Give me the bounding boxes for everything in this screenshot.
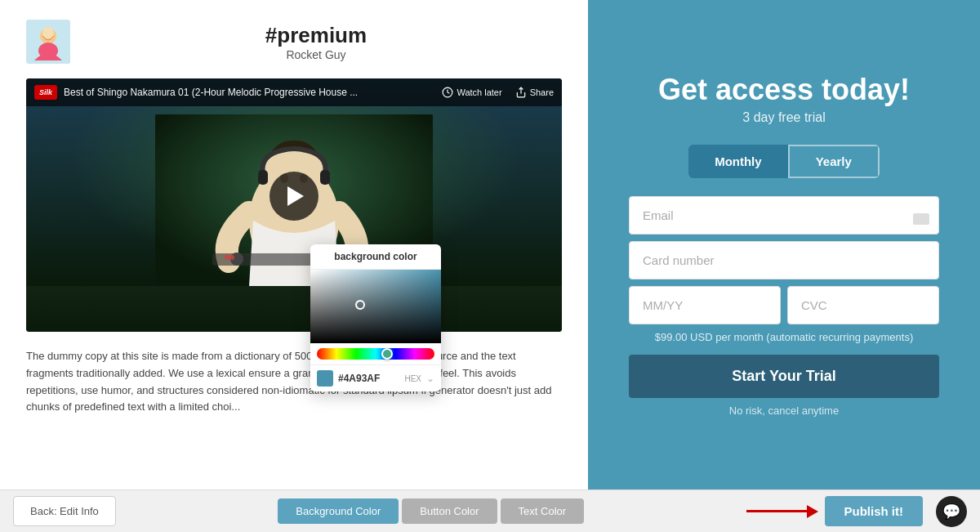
card-expiry-row xyxy=(629,286,939,324)
description-text: The dummy copy at this site is made from… xyxy=(26,348,562,416)
video-container[interactable]: Silk Best of Shingo Nakamura 01 (2-Hour … xyxy=(26,78,562,332)
left-panel: #premium Rocket Guy Silk Best of Shingo … xyxy=(0,0,588,490)
no-risk-text: No risk, cancel anytime xyxy=(629,405,939,417)
svg-rect-16 xyxy=(225,255,234,260)
video-logo-text: Silk xyxy=(39,88,52,96)
watch-later-action[interactable]: Watch later xyxy=(442,87,501,98)
yearly-button[interactable]: Yearly xyxy=(788,145,880,178)
color-picker-title: background color xyxy=(310,244,441,270)
arrow-indicator xyxy=(746,510,812,512)
dj-figure xyxy=(26,106,562,286)
color-picker-dot[interactable] xyxy=(355,300,365,310)
background-color-tab[interactable]: Background Color xyxy=(278,498,399,524)
color-hex-value: #4A93AF xyxy=(338,373,399,384)
video-actions: Watch later Share xyxy=(442,87,554,98)
mm-yy-field[interactable] xyxy=(629,286,781,324)
email-field-wrapper xyxy=(629,196,939,241)
cvc-field[interactable] xyxy=(787,286,939,324)
monthly-button[interactable]: Monthly xyxy=(688,145,788,178)
svg-rect-9 xyxy=(258,170,268,185)
video-top-bar: Silk Best of Shingo Nakamura 01 (2-Hour … xyxy=(26,78,562,106)
publish-button[interactable]: Publish it! xyxy=(825,496,924,526)
start-trial-button[interactable]: Start Your Trial xyxy=(629,355,939,398)
video-title-text: Best of Shingo Nakamura 01 (2-Hour Melod… xyxy=(64,87,442,98)
play-button[interactable] xyxy=(270,172,318,221)
bottom-bar: Back: Edit Info Background Color Button … xyxy=(0,490,980,532)
right-panel-heading: Get access today! xyxy=(658,73,910,107)
right-panel: Get access today! 3 day free trial Month… xyxy=(588,0,980,490)
back-button[interactable]: Back: Edit Info xyxy=(13,496,116,526)
button-color-tab[interactable]: Button Color xyxy=(402,498,497,524)
price-text: $99.00 USD per month (automatic recurrin… xyxy=(629,331,939,343)
payment-form: $99.00 USD per month (automatic recurrin… xyxy=(629,196,939,417)
svg-point-2 xyxy=(42,27,54,38)
chat-icon: 💬 xyxy=(942,503,960,521)
svg-rect-10 xyxy=(320,170,330,185)
email-icon xyxy=(913,213,929,225)
card-number-wrapper xyxy=(629,241,939,279)
color-swatch xyxy=(317,370,333,387)
title-area: #premium Rocket Guy xyxy=(70,23,562,61)
watch-later-label: Watch later xyxy=(457,87,501,97)
color-gradient-box[interactable] xyxy=(310,270,441,343)
svg-point-3 xyxy=(38,42,58,59)
card-number-field[interactable] xyxy=(629,241,939,279)
header-row: #premium Rocket Guy xyxy=(26,20,562,64)
share-label: Share xyxy=(530,87,554,97)
text-color-tab[interactable]: Text Color xyxy=(501,498,585,524)
bottom-center-buttons: Background Color Button Color Text Color xyxy=(278,498,584,524)
color-hue-bar[interactable] xyxy=(317,348,434,360)
page-subtitle: Rocket Guy xyxy=(70,48,562,61)
right-actions: Publish it! 💬 xyxy=(746,496,968,527)
avatar-image xyxy=(26,20,70,64)
share-action[interactable]: Share xyxy=(515,87,554,98)
color-hex-chevron[interactable]: ⌄ xyxy=(426,373,434,384)
avatar xyxy=(26,20,70,64)
page-title: #premium xyxy=(70,23,562,48)
play-icon xyxy=(287,186,304,206)
billing-toggle: Monthly Yearly xyxy=(688,145,880,178)
video-thumbnail: Silk Best of Shingo Nakamura 01 (2-Hour … xyxy=(26,78,562,332)
video-logo: Silk xyxy=(34,85,57,100)
color-hex-row: #4A93AF HEX ⌄ xyxy=(310,364,441,391)
chat-button[interactable]: 💬 xyxy=(936,496,967,527)
color-hex-label: HEX xyxy=(404,374,421,383)
trial-text: 3 day free trial xyxy=(742,110,825,125)
hue-slider[interactable] xyxy=(381,348,393,360)
arrow-line xyxy=(746,510,812,512)
email-field[interactable] xyxy=(629,196,939,235)
color-picker-popup[interactable]: background color #4A93AF HEX ⌄ xyxy=(310,244,441,391)
